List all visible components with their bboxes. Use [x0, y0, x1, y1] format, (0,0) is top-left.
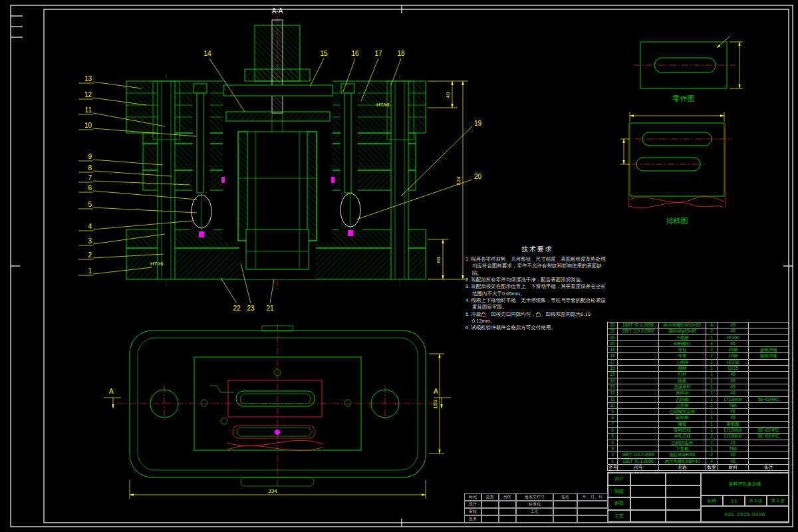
- bom-row: 10上垫板1T8A: [608, 402, 789, 408]
- revision-cell: [481, 508, 499, 515]
- dim-224: 224: [456, 176, 462, 186]
- bom-row: 3下垫板1T8A: [608, 446, 789, 452]
- balloon-17: 17: [374, 50, 382, 57]
- balloon-7: 7: [88, 174, 92, 182]
- dim-334: 334: [268, 488, 277, 494]
- drawing-number: XZL-2015-0000: [701, 506, 789, 522]
- revision-cell: 年、月、日: [577, 493, 608, 501]
- plan-view: 334 150 A A: [104, 324, 451, 499]
- balloon-8: 8: [88, 164, 92, 172]
- fit-lower: H7/r6: [150, 261, 164, 267]
- dim-150: 150: [432, 400, 438, 409]
- bom-row: 14推板145: [608, 378, 789, 384]
- pin-mark-right: [348, 230, 353, 236]
- title-block-cell: [630, 510, 666, 523]
- revision-cell: 更改文件号: [516, 493, 553, 501]
- cad-drawing-sheet: 40 224 60 H7/r6 H7/r6: [0, 0, 798, 532]
- tech-requirements-title: 技术要求: [466, 245, 609, 254]
- bom-row: 19导柱220钢渗碳淬硬: [608, 347, 789, 353]
- balloon-9: 9: [88, 153, 92, 160]
- dim-60: 60: [436, 257, 442, 263]
- revision-cell: [553, 515, 577, 523]
- part-detail-view: 零件图: [634, 36, 743, 102]
- revision-cell: [481, 501, 499, 508]
- balloon-1: 1: [88, 267, 92, 275]
- title-block-cell: [630, 497, 666, 510]
- section-view: 40 224 60 H7/r6 H7/r6: [78, 7, 482, 312]
- title-block-cell: [666, 485, 701, 498]
- strip-view-label: 排样图: [666, 217, 688, 225]
- tech-requirement-item: 2. 装配前所有零件均须清洗干净，配合表面涂润滑油。: [466, 277, 609, 283]
- bom-row: 18导套220钢渗碳淬硬: [608, 353, 789, 359]
- bom-row: 21下模座1HT200: [608, 334, 789, 340]
- revision-cell: [499, 508, 516, 515]
- bom-row: 22GB/T 119.2-2000圆柱销φ10×60245: [608, 329, 789, 334]
- bom-row: 20卸料螺钉445: [608, 340, 789, 346]
- tech-requirement-item: 3. 装配后模架在图示位置上、下滑动平稳，其垂直度误差在全长范围内不大于0.05…: [466, 283, 609, 297]
- title-block-cell: 设计: [608, 473, 630, 485]
- revision-cell: [553, 508, 577, 515]
- bom-row: 17上模座1HT200: [608, 359, 789, 365]
- tech-requirements-list: 1. 模具各零件材料、几何形状、尺寸精度、表面粗糙度及热处理均应符合图样要求，零…: [466, 256, 609, 332]
- title-block-roles: 设计制图审核工艺: [608, 473, 701, 522]
- bom-row: 16模柄1Q235: [608, 366, 789, 372]
- balloon-6: 6: [88, 184, 92, 192]
- title-block: 设计制图审核工艺 落料冲孔复合模 比例1:1共 1 张第 1 张 XZL-201…: [607, 472, 789, 523]
- revision-cell: [516, 515, 553, 523]
- balloon-5: 5: [88, 201, 92, 208]
- balloon-18: 18: [397, 50, 405, 57]
- balloon-22: 22: [233, 305, 241, 312]
- revision-cell: 标记: [464, 493, 481, 501]
- tech-requirement-item: 4. 模柄上下移动时平稳、无卡滞现象，导柱与导套的配合松紧适度且固定牢固。: [466, 297, 609, 311]
- bom-row: 9凸凹模固定板145: [608, 409, 789, 415]
- dim-40: 40: [445, 92, 451, 98]
- bom-row: 8卸料板145: [608, 415, 789, 421]
- strip-layout-view: 排样图: [620, 112, 732, 225]
- tech-requirement-item: 5. 冲裁凸、凹模刃口间隙均匀，凸、凹模双面间隙为0.10-0.12mm。: [466, 311, 609, 325]
- balloon-11: 11: [85, 106, 92, 114]
- title-block-info-cell: 比例: [701, 495, 723, 506]
- title-block-info-cell: 1:1: [723, 495, 745, 506]
- die-name: 落料冲孔复合模: [701, 473, 789, 495]
- tech-requirements: 技术要求 1. 模具各零件材料、几何形状、尺寸精度、表面粗糙度及热处理均应符合图…: [466, 245, 609, 332]
- bom-row: 1GB/T 70.1-2008内六角螺钉M8×40445: [608, 458, 789, 464]
- balloon-19: 19: [474, 120, 482, 127]
- bom-row: 5冲孔凸模2Cr12MoV56~60HRC: [608, 434, 789, 440]
- bom-row: 15打杆145: [608, 372, 789, 378]
- revision-cell: 分区: [499, 493, 516, 501]
- fit-upper: H7/r6: [376, 102, 390, 108]
- revision-cell: 设计: [464, 501, 481, 508]
- revision-cell: [577, 501, 608, 508]
- section-letter-left: A: [109, 388, 114, 395]
- knockout-rod: [272, 20, 283, 113]
- title-block-cell: [666, 497, 701, 510]
- bom-row: 11凸凹模1Cr12MoV58~62HRC: [608, 396, 789, 402]
- balloon-12: 12: [84, 91, 92, 98]
- balloon-13: 13: [84, 75, 92, 82]
- bom-header-row: 序号代号名称数量材料备注: [608, 464, 789, 470]
- title-block-cell: 工艺: [608, 510, 630, 523]
- section-letter-right: A: [434, 388, 438, 395]
- revision-cell: 批准: [464, 515, 481, 523]
- revision-cell: 处数: [481, 493, 499, 501]
- title-block-cell: [630, 473, 666, 485]
- balloon-23: 23: [247, 305, 255, 312]
- revision-cell: 工艺: [516, 508, 553, 515]
- revision-cell: [553, 501, 577, 508]
- balloon-15: 15: [320, 50, 328, 57]
- title-block-cell: 审核: [608, 497, 630, 510]
- title-block-info-cell: 第 1 张: [767, 495, 789, 506]
- revision-cell: [577, 508, 608, 515]
- title-block-cell: [666, 510, 701, 523]
- bom-rows: 23GB/T 70.1-2008内六角螺钉M10×5044522GB/T 119…: [608, 323, 789, 471]
- balloon-3: 3: [88, 237, 92, 245]
- bom-row: 13连接推杆145: [608, 384, 789, 390]
- bom-row: 2GB/T 119.2-2000圆柱销φ8×50245: [608, 452, 789, 458]
- tech-requirement-item: 6. 试模检验冲裁件合格后方可交付使用。: [466, 325, 609, 331]
- balloon-20: 20: [474, 173, 482, 180]
- bom-row: 12推件块145: [608, 390, 789, 396]
- revision-block: 标记处数分区更改文件号签名年、月、日设计标准化审核工艺批准: [464, 493, 608, 523]
- bom-row: 6落料凹模1Cr12MoV58~62HRC: [608, 428, 789, 434]
- bom-row: 4凸模固定板145: [608, 440, 789, 446]
- title-block-cell: 制图: [608, 485, 630, 498]
